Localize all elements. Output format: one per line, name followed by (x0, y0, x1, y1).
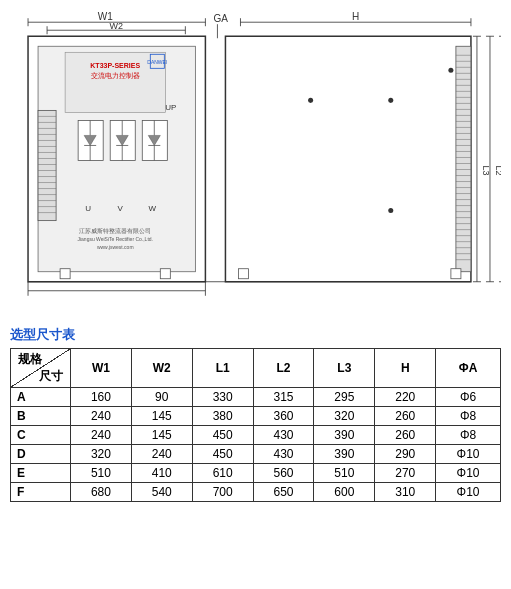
l3-cell: 600 (314, 483, 375, 502)
h-cell: 260 (375, 426, 436, 445)
phi-cell: Φ8 (436, 407, 501, 426)
svg-rect-117 (451, 269, 461, 279)
col-w2: W2 (131, 349, 192, 388)
l2-cell: 430 (253, 426, 314, 445)
w1-cell: 240 (71, 407, 132, 426)
l1-cell: 450 (192, 445, 253, 464)
phi-cell: Φ8 (436, 426, 501, 445)
l2-cell: 560 (253, 464, 314, 483)
w2-cell: 540 (131, 483, 192, 502)
svg-rect-22 (38, 110, 56, 220)
w2-cell: 90 (131, 388, 192, 407)
l1-cell: 330 (192, 388, 253, 407)
w1-cell: 320 (71, 445, 132, 464)
col-l2: L2 (253, 349, 314, 388)
table-section: 选型尺寸表 规格 尺寸 W1 W2 L1 L2 L3 H ΦA (10, 326, 501, 502)
svg-text:www.jswest.com: www.jswest.com (97, 244, 134, 250)
table-row: E 510 410 610 560 510 270 Φ10 (11, 464, 501, 483)
w1-cell: 680 (71, 483, 132, 502)
spec-cell: C (11, 426, 71, 445)
table-row: F 680 540 700 650 600 310 Φ10 (11, 483, 501, 502)
l1-cell: 450 (192, 426, 253, 445)
l3-cell: 510 (314, 464, 375, 483)
h-cell: 220 (375, 388, 436, 407)
svg-point-102 (388, 208, 393, 213)
col-l1: L1 (192, 349, 253, 388)
svg-text:U: U (85, 204, 91, 213)
table-title: 选型尺寸表 (10, 326, 501, 344)
svg-text:H: H (352, 11, 359, 22)
w2-cell: 145 (131, 426, 192, 445)
phi-cell: Φ6 (436, 388, 501, 407)
table-row: B 240 145 380 360 320 260 Φ8 (11, 407, 501, 426)
svg-text:UP: UP (165, 103, 176, 112)
svg-text:Jiangsu WeiSiTe Rectifier Co.,: Jiangsu WeiSiTe Rectifier Co.,Ltd. (77, 236, 153, 242)
svg-point-101 (388, 98, 393, 103)
svg-text:V: V (118, 204, 124, 213)
l2-cell: 315 (253, 388, 314, 407)
spec-cell: B (11, 407, 71, 426)
l2-cell: 650 (253, 483, 314, 502)
h-cell: 290 (375, 445, 436, 464)
svg-text:GA: GA (213, 13, 228, 24)
svg-text:江苏威斯特整流器有限公司: 江苏威斯特整流器有限公司 (79, 227, 151, 234)
w2-cell: 145 (131, 407, 192, 426)
l3-cell: 390 (314, 426, 375, 445)
phi-cell: Φ10 (436, 464, 501, 483)
w2-cell: 410 (131, 464, 192, 483)
svg-text:W: W (149, 204, 157, 213)
table-row: D 320 240 450 430 390 290 Φ10 (11, 445, 501, 464)
svg-rect-62 (160, 269, 170, 279)
w1-cell: 240 (71, 426, 132, 445)
l1-cell: 700 (192, 483, 253, 502)
col-h: H (375, 349, 436, 388)
spec-cell: E (11, 464, 71, 483)
col-l3: L3 (314, 349, 375, 388)
l3-cell: 390 (314, 445, 375, 464)
svg-text:L2: L2 (494, 166, 501, 176)
l3-cell: 295 (314, 388, 375, 407)
svg-text:DANWEI: DANWEI (147, 59, 167, 65)
spec-cell: A (11, 388, 71, 407)
svg-rect-63 (225, 36, 471, 282)
phi-cell: Φ10 (436, 483, 501, 502)
phi-cell: Φ10 (436, 445, 501, 464)
table-row: A 160 90 330 315 295 220 Φ6 (11, 388, 501, 407)
table-header-row: 规格 尺寸 W1 W2 L1 L2 L3 H ΦA (11, 349, 501, 388)
l3-cell: 320 (314, 407, 375, 426)
svg-rect-61 (60, 269, 70, 279)
svg-text:交流电力控制器: 交流电力控制器 (91, 72, 140, 80)
drawing-area: W1 W2 GA H KT33P-SERIES 交流电力控制器 (10, 8, 501, 318)
col-phi: ΦA (436, 349, 501, 388)
table-body: A 160 90 330 315 295 220 Φ6 B 240 145 38… (11, 388, 501, 502)
w2-cell: 240 (131, 445, 192, 464)
svg-point-103 (448, 68, 453, 73)
svg-text:L3: L3 (481, 166, 491, 176)
diag-header-cell: 规格 尺寸 (11, 349, 71, 388)
svg-point-100 (308, 98, 313, 103)
h-cell: 270 (375, 464, 436, 483)
table-row: C 240 145 450 430 390 260 Φ8 (11, 426, 501, 445)
l1-cell: 380 (192, 407, 253, 426)
header-size-label: 尺寸 (39, 368, 66, 385)
svg-rect-64 (456, 46, 471, 271)
main-container: W1 W2 GA H KT33P-SERIES 交流电力控制器 (0, 0, 511, 589)
spec-cell: D (11, 445, 71, 464)
w1-cell: 510 (71, 464, 132, 483)
spec-table: 规格 尺寸 W1 W2 L1 L2 L3 H ΦA A 160 90 330 3… (10, 348, 501, 502)
svg-text:KT33P-SERIES: KT33P-SERIES (90, 62, 140, 69)
l1-cell: 610 (192, 464, 253, 483)
header-spec-label: 规格 (15, 351, 42, 368)
l2-cell: 430 (253, 445, 314, 464)
svg-rect-116 (238, 269, 248, 279)
h-cell: 310 (375, 483, 436, 502)
svg-text:W2: W2 (109, 21, 123, 31)
w1-cell: 160 (71, 388, 132, 407)
h-cell: 260 (375, 407, 436, 426)
l2-cell: 360 (253, 407, 314, 426)
spec-cell: F (11, 483, 71, 502)
col-w1: W1 (71, 349, 132, 388)
